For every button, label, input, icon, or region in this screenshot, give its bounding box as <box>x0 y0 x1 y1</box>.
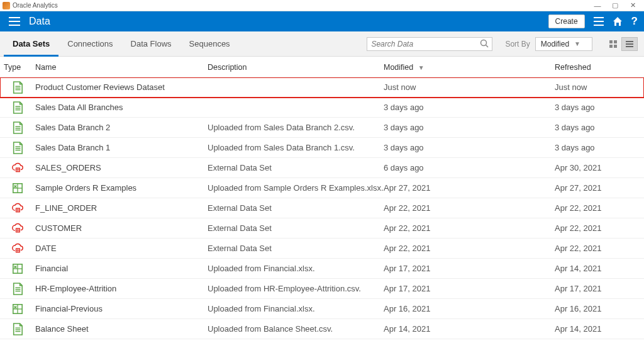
nav-list-icon[interactable] <box>594 17 604 26</box>
column-type[interactable]: Type <box>0 63 35 72</box>
help-icon[interactable]: ? <box>631 15 638 28</box>
row-modified: Just now <box>384 82 555 92</box>
tab-sequences[interactable]: Sequences <box>180 31 239 57</box>
row-modified: Apr 22, 2021 <box>384 244 555 253</box>
row-description: Uploaded from Financial.xlsx. <box>208 304 384 313</box>
chevron-down-icon: ▼ <box>574 40 580 47</box>
row-description: External Data Set <box>208 223 384 233</box>
svg-rect-4 <box>609 45 613 48</box>
row-description: External Data Set <box>208 203 384 213</box>
svg-line-1 <box>486 45 489 47</box>
table-row[interactable]: Sample Orders R ExamplesUploaded from Sa… <box>0 178 644 198</box>
section-title: Data <box>29 16 50 27</box>
view-toggle <box>605 37 638 51</box>
table-row[interactable]: Sales Data Branch 2Uploaded from Sales D… <box>0 118 644 138</box>
window-maximize-button[interactable]: ▢ <box>606 1 624 9</box>
tab-data-flows[interactable]: Data Flows <box>122 31 180 57</box>
row-refreshed: 3 days ago <box>555 123 639 132</box>
table-row[interactable]: Product Customer Reviews DatasetJust now… <box>0 77 644 98</box>
svg-rect-2 <box>609 40 613 43</box>
row-name: Balance Sheet <box>35 324 208 334</box>
csv-file-icon <box>0 81 35 94</box>
row-modified: Apr 17, 2021 <box>384 264 555 273</box>
grid-view-button[interactable] <box>605 37 621 51</box>
row-name: Financial-Previous <box>35 304 208 313</box>
row-name: DATE <box>35 244 208 253</box>
table-row[interactable]: Sales Data All Branches3 days ago3 days … <box>0 98 644 118</box>
column-modified[interactable]: Modified ▼ <box>384 63 555 72</box>
csv-file-icon <box>0 121 35 134</box>
column-description[interactable]: Description <box>208 63 384 72</box>
table-row[interactable]: F_LINE_ORDERExternal Data SetApr 22, 202… <box>0 198 644 218</box>
row-modified: Apr 17, 2021 <box>384 284 555 293</box>
csv-file-icon <box>0 101 35 114</box>
toolbar: Data SetsConnectionsData FlowsSequences … <box>0 31 644 57</box>
table-row[interactable]: HR-Employee-AttritionUploaded from HR-Em… <box>0 279 644 299</box>
table-row[interactable]: Financial-PreviousUploaded from Financia… <box>0 299 644 319</box>
row-description: Uploaded from Sales Data Branch 2.csv. <box>208 123 384 132</box>
row-modified: 3 days ago <box>384 103 555 112</box>
window-titlebar: Oracle Analytics — ▢ ✕ <box>0 0 644 11</box>
csv-file-icon <box>0 283 35 295</box>
sort-by-label: Sort By <box>505 40 530 48</box>
xlsx-file-icon <box>0 182 35 194</box>
tab-connections[interactable]: Connections <box>58 31 121 57</box>
row-refreshed: Apr 30, 2021 <box>555 163 639 172</box>
table-row[interactable]: Balance SheetUploaded from Balance Sheet… <box>0 319 644 339</box>
svg-rect-6 <box>626 41 633 42</box>
row-refreshed: 3 days ago <box>555 143 639 152</box>
row-name: SALES_ORDERS <box>35 163 208 172</box>
table-row[interactable]: SALES_ORDERSExternal Data Set6 days agoA… <box>0 158 644 178</box>
row-modified: Apr 22, 2021 <box>384 203 555 213</box>
svg-rect-8 <box>626 46 633 47</box>
row-refreshed: Apr 22, 2021 <box>555 244 639 253</box>
row-modified: 6 days ago <box>384 163 555 172</box>
xlsx-file-icon <box>0 303 35 315</box>
search-icon <box>480 39 489 50</box>
row-name: Financial <box>35 264 208 273</box>
row-refreshed: Apr 27, 2021 <box>555 183 639 193</box>
ext-file-icon <box>0 222 35 235</box>
search-field[interactable] <box>367 37 492 51</box>
row-description: Uploaded from Sample Orders R Examples.x… <box>208 183 384 193</box>
svg-rect-7 <box>626 43 633 45</box>
hamburger-menu-icon[interactable] <box>9 17 20 26</box>
row-modified: Apr 22, 2021 <box>384 223 555 233</box>
list-view-button[interactable] <box>621 37 638 51</box>
app-icon <box>3 2 10 9</box>
tabs: Data SetsConnectionsData FlowsSequences <box>4 31 239 57</box>
row-refreshed: Just now <box>555 82 639 92</box>
row-name: Sales Data Branch 1 <box>35 143 208 152</box>
row-name: Sample Orders R Examples <box>35 183 208 193</box>
row-refreshed: Apr 16, 2021 <box>555 304 639 313</box>
row-name: Product Customer Reviews Dataset <box>35 82 208 92</box>
csv-file-icon <box>0 142 35 154</box>
tab-data-sets[interactable]: Data Sets <box>4 31 58 57</box>
row-name: CUSTOMER <box>35 223 208 233</box>
table-row[interactable]: Sales Data Branch 1Uploaded from Sales D… <box>0 138 644 158</box>
app-header: Data Create ? <box>0 11 644 31</box>
sort-by-select[interactable]: Modified ▼ <box>535 37 592 51</box>
column-refreshed[interactable]: Refreshed <box>555 63 639 72</box>
search-input[interactable] <box>367 37 492 51</box>
row-refreshed: Apr 14, 2021 <box>555 264 639 273</box>
row-refreshed: Apr 22, 2021 <box>555 223 639 233</box>
create-button[interactable]: Create <box>548 14 585 28</box>
column-modified-label: Modified <box>384 63 413 72</box>
sort-descending-icon: ▼ <box>418 64 425 71</box>
row-description: Uploaded from Financial.xlsx. <box>208 264 384 273</box>
csv-file-icon <box>0 323 35 335</box>
table-row[interactable]: CUSTOMERExternal Data SetApr 22, 2021Apr… <box>0 218 644 239</box>
row-name: HR-Employee-Attrition <box>35 284 208 293</box>
row-description: Uploaded from Balance Sheet.csv. <box>208 324 384 334</box>
sort-by-value: Modified <box>541 40 569 48</box>
home-icon[interactable] <box>613 16 623 26</box>
column-name[interactable]: Name <box>35 63 208 72</box>
window-close-button[interactable]: ✕ <box>624 1 641 9</box>
window-minimize-button[interactable]: — <box>589 2 606 9</box>
table-row[interactable]: FinancialUploaded from Financial.xlsx.Ap… <box>0 259 644 279</box>
xlsx-file-icon <box>0 262 35 275</box>
row-description: External Data Set <box>208 163 384 172</box>
data-rows[interactable]: Product Customer Reviews DatasetJust now… <box>0 77 644 343</box>
table-row[interactable]: DATEExternal Data SetApr 22, 2021Apr 22,… <box>0 239 644 259</box>
